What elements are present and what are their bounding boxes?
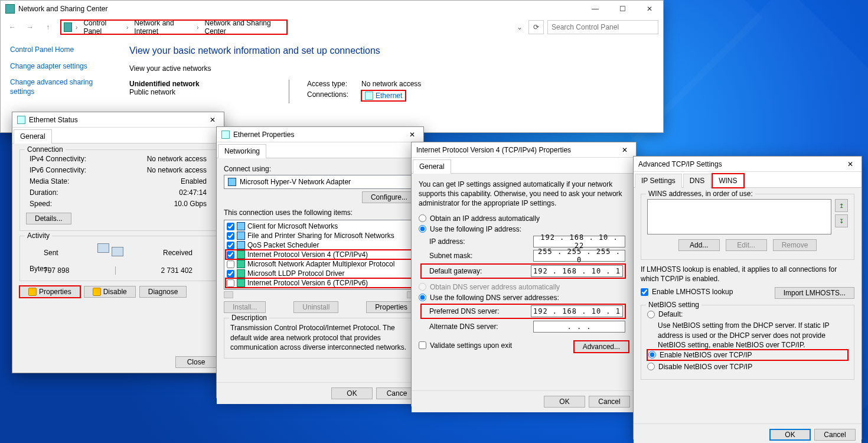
window-close-button[interactable]: ✕ xyxy=(636,1,663,17)
breadcrumb[interactable]: › Control Panel › Network and Internet ›… xyxy=(61,20,287,34)
close-button[interactable]: Close xyxy=(175,356,217,368)
window-titlebar[interactable]: Network and Sharing Center — ☐ ✕ xyxy=(1,1,663,17)
tab-networking[interactable]: Networking xyxy=(218,144,266,158)
dialog-close-button[interactable]: ✕ xyxy=(844,158,857,171)
network-type: Public network xyxy=(129,88,289,96)
add-button[interactable]: Add... xyxy=(678,239,720,251)
tab-wins[interactable]: WINS xyxy=(712,174,743,188)
protocol-item[interactable]: Internet Protocol Version 4 (TCP/IPv4) xyxy=(226,250,415,259)
protocol-item[interactable]: Client for Microsoft Networks xyxy=(226,222,415,231)
properties-button[interactable]: Properties xyxy=(19,286,80,298)
enable-lmhosts-checkbox[interactable] xyxy=(641,288,648,296)
subnet-mask-input[interactable]: 255 . 255 . 255 . 0 xyxy=(533,250,625,262)
ethernet-link[interactable]: Ethernet xyxy=(361,90,406,101)
ok-button[interactable]: OK xyxy=(331,387,373,399)
protocol-checkbox[interactable] xyxy=(227,242,234,249)
dialog-close-button[interactable]: ✕ xyxy=(618,144,631,157)
netbios-default-radio[interactable] xyxy=(647,311,655,318)
protocol-checkbox[interactable] xyxy=(227,260,234,268)
forward-button[interactable]: → xyxy=(23,20,37,34)
protocol-label: Client for Microsoft Networks xyxy=(247,222,338,230)
uninstall-button[interactable]: Uninstall xyxy=(293,301,338,313)
tab-general[interactable]: General xyxy=(14,129,52,144)
details-button[interactable]: Details... xyxy=(26,213,71,224)
ok-button[interactable]: OK xyxy=(769,429,811,441)
protocol-checkbox[interactable] xyxy=(227,279,234,287)
protocol-label: QoS Packet Scheduler xyxy=(247,241,319,249)
subheading: View your active networks xyxy=(129,64,652,73)
cancel-button[interactable]: Cancel xyxy=(589,396,630,408)
advanced-button[interactable]: Advanced... xyxy=(574,341,629,353)
use-ip-radio[interactable] xyxy=(419,225,426,233)
obtain-ip-auto-radio[interactable] xyxy=(419,214,426,222)
tab-dns[interactable]: DNS xyxy=(683,174,711,188)
protocol-checkbox[interactable] xyxy=(227,270,234,278)
obtain-dns-auto-radio xyxy=(419,283,426,291)
sidebar-link-home[interactable]: Control Panel Home xyxy=(10,45,109,55)
protocol-item[interactable]: Microsoft LLDP Protocol Driver xyxy=(226,269,415,278)
breadcrumb-icon xyxy=(64,22,72,32)
minimize-button[interactable]: — xyxy=(582,1,609,17)
use-dns-radio[interactable] xyxy=(419,294,426,301)
protocol-icon xyxy=(237,279,245,287)
breadcrumb-item[interactable]: Network and Internet xyxy=(132,19,193,35)
received-label: Received xyxy=(163,249,192,257)
dialog-icon xyxy=(221,131,230,139)
protocol-item[interactable]: Internet Protocol Version 6 (TCP/IPv6) xyxy=(226,278,415,288)
bytes-sent-value: 797 898 xyxy=(44,266,69,275)
dialog-close-button[interactable]: ✕ xyxy=(206,113,219,126)
move-up-button[interactable]: ↥ xyxy=(835,199,848,212)
ok-button[interactable]: OK xyxy=(544,396,585,408)
media-state-label: Media State: xyxy=(30,177,69,185)
protocol-checkbox[interactable] xyxy=(227,232,234,240)
lmhosts-text: If LMHOSTS lookup is enabled, it applies… xyxy=(641,265,854,284)
protocol-item[interactable]: QoS Packet Scheduler xyxy=(226,240,415,250)
protocol-item[interactable]: Microsoft Network Adapter Multiplexor Pr… xyxy=(226,259,415,269)
dialog-close-button[interactable]: ✕ xyxy=(406,128,419,141)
protocol-checkbox[interactable] xyxy=(227,223,234,230)
refresh-button[interactable]: ⟳ xyxy=(528,20,544,34)
chevron-right-icon: › xyxy=(126,24,128,31)
up-button[interactable]: ↑ xyxy=(41,20,55,34)
configure-button[interactable]: Configure... xyxy=(362,191,416,203)
dialog-title: Internet Protocol Version 4 (TCP/IPv4) P… xyxy=(416,146,618,154)
uses-items-label: This connection uses the following items… xyxy=(224,208,416,217)
import-lmhosts-button[interactable]: Import LMHOSTS... xyxy=(775,287,854,299)
protocol-list[interactable]: Client for Microsoft NetworksFile and Pr… xyxy=(224,220,416,289)
move-down-button[interactable]: ↧ xyxy=(835,214,848,227)
sidebar-link-adapter[interactable]: Change adapter settings xyxy=(10,62,109,71)
adapter-name: Microsoft Hyper-V Network Adapter xyxy=(240,178,351,186)
horizontal-scrollbar[interactable] xyxy=(224,289,416,298)
dropdown-icon[interactable]: ⌄ xyxy=(514,23,525,31)
app-icon xyxy=(5,4,15,14)
search-input[interactable] xyxy=(547,20,658,34)
wins-address-list[interactable] xyxy=(647,199,831,234)
sidebar-link-sharing[interactable]: Change advanced sharing settings xyxy=(10,78,109,96)
ip-address-input[interactable]: 192 . 168 . 10 . 22 xyxy=(533,236,625,247)
tab-general[interactable]: General xyxy=(413,159,451,174)
preferred-dns-input[interactable]: 192 . 168 . 10 . 1 xyxy=(531,305,623,317)
cancel-button[interactable]: Cancel xyxy=(814,429,856,441)
breadcrumb-item[interactable]: Network and Sharing Center xyxy=(203,19,284,35)
disable-button[interactable]: Disable xyxy=(84,286,136,298)
chevron-right-icon: › xyxy=(197,24,198,31)
alternate-dns-input[interactable]: . . . xyxy=(533,321,625,333)
tab-ip-settings[interactable]: IP Settings xyxy=(635,174,682,188)
default-gateway-label: Default gateway: xyxy=(429,267,482,275)
diagnose-button[interactable]: Diagnose xyxy=(139,286,187,298)
chevron-right-icon: › xyxy=(76,24,77,31)
maximize-button[interactable]: ☐ xyxy=(609,1,636,17)
validate-settings-checkbox[interactable] xyxy=(419,341,426,349)
protocol-checkbox[interactable] xyxy=(227,251,234,259)
default-gateway-input[interactable]: 192 . 168 . 10 . 1 xyxy=(531,265,623,277)
back-button[interactable]: ← xyxy=(5,20,19,34)
breadcrumb-item[interactable]: Control Panel xyxy=(81,19,123,35)
item-properties-button[interactable]: Properties xyxy=(366,301,416,313)
protocol-item[interactable]: File and Printer Sharing for Microsoft N… xyxy=(226,231,415,240)
enable-netbios-radio[interactable] xyxy=(648,351,656,359)
disable-netbios-radio[interactable] xyxy=(647,363,655,370)
sent-label: Sent xyxy=(44,249,58,257)
advanced-tcpip-dialog: Advanced TCP/IP Settings✕ IP Settings DN… xyxy=(633,156,862,439)
install-button[interactable]: Install... xyxy=(224,301,266,313)
protocol-label: File and Printer Sharing for Microsoft N… xyxy=(247,232,394,240)
